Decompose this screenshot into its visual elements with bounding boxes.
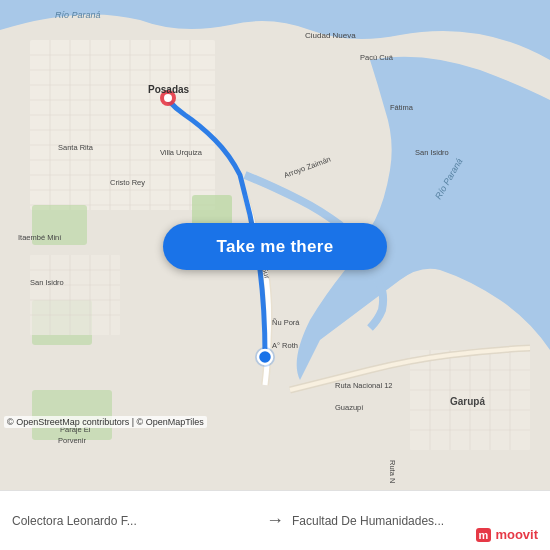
- svg-point-22: [258, 350, 272, 364]
- take-me-there-label: Take me there: [217, 237, 334, 257]
- svg-text:Ruta Nacional 12: Ruta Nacional 12: [335, 381, 393, 390]
- svg-text:Río Paraná: Río Paraná: [55, 10, 101, 20]
- svg-point-24: [164, 94, 172, 102]
- moovit-text: moovit: [495, 527, 538, 542]
- svg-text:San Isidro: San Isidro: [30, 278, 64, 287]
- svg-text:Pacú Cuá: Pacú Cuá: [360, 53, 394, 62]
- svg-text:Ciudad Nueva: Ciudad Nueva: [305, 31, 356, 40]
- svg-text:Santa Rita: Santa Rita: [58, 143, 94, 152]
- svg-text:Cristo Rey: Cristo Rey: [110, 178, 145, 187]
- moovit-m-icon: m: [476, 528, 492, 542]
- svg-rect-29: [30, 255, 120, 335]
- svg-text:Itaembé Miní: Itaembé Miní: [18, 233, 62, 242]
- map-container: Río Paraná Río Paraná Posadas Ciudad Nue…: [0, 0, 550, 490]
- bottom-bar: Colectora Leonardo F... → Facultad De Hu…: [0, 490, 550, 550]
- svg-text:Ñu Porá: Ñu Porá: [272, 318, 300, 327]
- svg-text:Porvenir: Porvenir: [58, 436, 86, 445]
- svg-text:A° Roth: A° Roth: [272, 341, 298, 350]
- svg-text:Fátima: Fátima: [390, 103, 414, 112]
- svg-text:Guazupí: Guazupí: [335, 403, 364, 412]
- arrow-right-icon: →: [266, 510, 284, 531]
- svg-text:Villa Urquiza: Villa Urquiza: [160, 148, 203, 157]
- route-to-label: Facultad De Humanidades...: [292, 514, 444, 528]
- svg-text:San Isidro: San Isidro: [415, 148, 449, 157]
- svg-text:Garupá: Garupá: [450, 396, 485, 407]
- take-me-there-button[interactable]: Take me there: [163, 223, 387, 270]
- svg-text:Posadas: Posadas: [148, 84, 190, 95]
- svg-text:Ruta N: Ruta N: [388, 460, 397, 483]
- map-attribution: © OpenStreetMap contributors | © OpenMap…: [4, 416, 207, 428]
- route-from: Colectora Leonardo F...: [12, 514, 258, 528]
- moovit-logo: m moovit: [476, 527, 538, 542]
- route-to: Facultad De Humanidades...: [292, 514, 538, 528]
- route-from-label: Colectora Leonardo F...: [12, 514, 137, 528]
